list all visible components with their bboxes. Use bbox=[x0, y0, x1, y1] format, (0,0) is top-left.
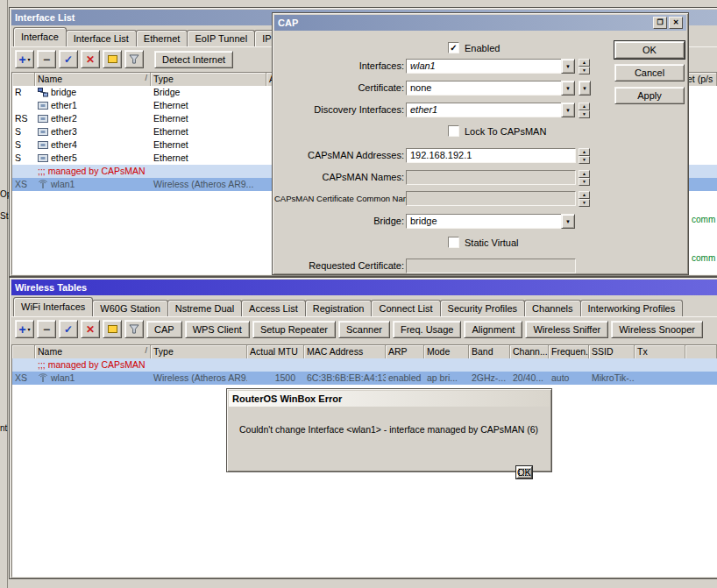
alignment-button[interactable]: Alignment bbox=[464, 321, 522, 338]
selected-table-row[interactable]: XS wlan1 Wireless (Atheros AR9... 1500 6… bbox=[12, 372, 717, 385]
capsman-ccn-field[interactable] bbox=[406, 191, 576, 206]
tab-connect-list[interactable]: Connect List bbox=[371, 300, 440, 316]
wireless-snooper-button[interactable]: Wireless Snooper bbox=[611, 321, 703, 338]
apply-button[interactable]: Apply bbox=[614, 87, 685, 104]
wireless-sniffer-button[interactable]: Wireless Sniffer bbox=[525, 321, 608, 338]
comment-button[interactable] bbox=[103, 320, 122, 338]
static-virtual-checkbox[interactable] bbox=[448, 237, 459, 248]
capsman-addresses-field[interactable]: 192.168.192.1 bbox=[406, 148, 576, 163]
capsman-names-field[interactable] bbox=[406, 170, 576, 185]
tab-eoip-tunnel[interactable]: EoIP Tunnel bbox=[187, 30, 255, 46]
lock-to-capsman-checkbox[interactable] bbox=[448, 125, 459, 137]
interfaces-updown-control[interactable]: ▲ ▼ bbox=[579, 59, 590, 74]
comment-button[interactable] bbox=[103, 50, 122, 68]
row-name-cell: ether5 bbox=[35, 152, 151, 165]
row-flags bbox=[12, 165, 35, 178]
window-title: Wireless Tables bbox=[15, 282, 87, 293]
disable-button[interactable]: ✕ bbox=[81, 320, 100, 338]
row-name: ether5 bbox=[51, 152, 77, 165]
certificate-field[interactable]: none bbox=[406, 81, 562, 96]
tab-access-list[interactable]: Access List bbox=[241, 300, 306, 316]
wireless-tables-titlebar[interactable]: Wireless Tables bbox=[11, 280, 717, 295]
column-type[interactable]: Type bbox=[151, 73, 266, 86]
chevron-down-icon: ▼ bbox=[565, 86, 571, 91]
tab-security-profiles[interactable]: Security Profiles bbox=[440, 300, 525, 316]
tab-interface[interactable]: Interface bbox=[13, 27, 67, 46]
ok-button[interactable]: OK bbox=[614, 41, 685, 59]
column-actual-mtu[interactable]: Actual MTU bbox=[247, 345, 304, 358]
remove-button[interactable]: − bbox=[37, 50, 56, 68]
bridge-field[interactable]: bridge bbox=[406, 214, 562, 229]
cap-button[interactable]: CAP bbox=[146, 321, 182, 338]
column-tx[interactable]: Tx bbox=[635, 345, 685, 358]
interfaces-dropdown-button[interactable]: ▼ bbox=[561, 59, 575, 74]
close-button[interactable]: ✕ bbox=[669, 17, 683, 29]
discovery-interfaces-field[interactable]: ether1 bbox=[406, 103, 562, 117]
row-type: Ethernet bbox=[151, 99, 266, 112]
certificate-dropdown-button[interactable]: ▼ bbox=[561, 81, 575, 96]
tab-wifi-interfaces[interactable]: WiFi Interfaces bbox=[13, 297, 93, 316]
row-name: wlan1 bbox=[51, 178, 75, 191]
row-band: 2GHz-... bbox=[469, 372, 510, 385]
bridge-dropdown-button[interactable]: ▼ bbox=[561, 214, 575, 229]
column-arp[interactable]: ARP bbox=[386, 345, 424, 358]
column-mac-address[interactable]: MAC Address bbox=[304, 345, 386, 358]
arrow-down-icon: ▼ bbox=[579, 178, 590, 186]
tab-w60g-station[interactable]: W60G Station bbox=[92, 300, 167, 316]
error-dialog: RouterOS WinBox Error Couldn't change In… bbox=[226, 388, 552, 472]
row-type: Wireless (Atheros AR9... bbox=[151, 178, 266, 191]
add-button[interactable]: + ▾ bbox=[15, 320, 34, 338]
column-flags[interactable] bbox=[12, 73, 35, 86]
tab-registration[interactable]: Registration bbox=[305, 300, 373, 316]
column-flags[interactable] bbox=[12, 345, 35, 358]
column-mode[interactable]: Mode bbox=[424, 345, 469, 358]
discovery-updown-control[interactable]: ▲ ▼ bbox=[579, 103, 590, 117]
addresses-updown-control[interactable]: ▲ ▼ bbox=[579, 148, 590, 163]
check-icon: ✓ bbox=[64, 323, 73, 336]
filter-button[interactable] bbox=[124, 320, 144, 338]
interfaces-field[interactable]: wlan1 bbox=[406, 59, 562, 74]
tab-interface-list[interactable]: Interface List bbox=[66, 30, 137, 46]
column-band[interactable]: Band bbox=[469, 345, 510, 358]
tab-interworking-profiles[interactable]: Interworking Profiles bbox=[580, 300, 684, 316]
cancel-button[interactable]: Cancel bbox=[614, 64, 685, 81]
freq-usage-button[interactable]: Freq. Usage bbox=[393, 321, 462, 338]
discovery-dropdown-button[interactable]: ▼ bbox=[561, 103, 575, 117]
arrow-up-icon: ▲ bbox=[579, 191, 590, 199]
column-ssid[interactable]: SSID bbox=[589, 345, 635, 358]
detect-internet-button[interactable]: Detect Internet bbox=[154, 51, 233, 68]
setup-repeater-button[interactable]: Setup Repeater bbox=[252, 321, 336, 338]
cap-titlebar[interactable]: CAP ❐ ✕ bbox=[274, 15, 686, 31]
certificate-down-button[interactable]: ▼ bbox=[579, 81, 591, 96]
column-name[interactable]: Name / bbox=[35, 73, 151, 86]
tab-nstreme-dual[interactable]: Nstreme Dual bbox=[167, 300, 242, 316]
ok-button[interactable]: OK bbox=[516, 466, 532, 478]
window-title: RouterOS WinBox Error bbox=[232, 393, 342, 404]
ccn-updown-control[interactable]: ▲ ▼ bbox=[579, 191, 590, 206]
column-type[interactable]: Type bbox=[151, 345, 247, 358]
names-updown-control[interactable]: ▲ ▼ bbox=[579, 170, 590, 185]
enable-button[interactable]: ✓ bbox=[59, 320, 78, 338]
enabled-checkbox[interactable]: ✓ bbox=[448, 42, 459, 53]
scanner-button[interactable]: Scanner bbox=[338, 321, 390, 338]
column-name[interactable]: Name / bbox=[35, 345, 151, 358]
restore-button[interactable]: ❐ bbox=[653, 17, 667, 29]
arrow-down-icon: ▼ bbox=[579, 67, 590, 74]
row-name: wlan1 bbox=[51, 372, 75, 385]
wireless-icon bbox=[38, 180, 48, 189]
column-channel[interactable]: Chann... bbox=[510, 345, 549, 358]
disable-button[interactable]: ✕ bbox=[81, 50, 100, 68]
filter-button[interactable] bbox=[124, 50, 144, 68]
arrow-up-icon: ▲ bbox=[579, 59, 590, 67]
comment-row[interactable]: ;;; managed by CAPsMAN bbox=[12, 358, 717, 372]
tab-channels[interactable]: Channels bbox=[524, 300, 580, 316]
enable-button[interactable]: ✓ bbox=[59, 50, 78, 68]
column-frequency[interactable]: Frequen... bbox=[549, 345, 589, 358]
row-flags: R bbox=[12, 86, 35, 99]
remove-button[interactable]: − bbox=[37, 320, 56, 338]
error-titlebar[interactable]: RouterOS WinBox Error bbox=[229, 391, 550, 407]
add-button[interactable]: + ▾ bbox=[15, 50, 34, 68]
wps-client-button[interactable]: WPS Client bbox=[185, 321, 250, 338]
tab-ethernet[interactable]: Ethernet bbox=[136, 30, 188, 46]
capsman-names-label: CAPsMAN Names: bbox=[274, 172, 404, 182]
